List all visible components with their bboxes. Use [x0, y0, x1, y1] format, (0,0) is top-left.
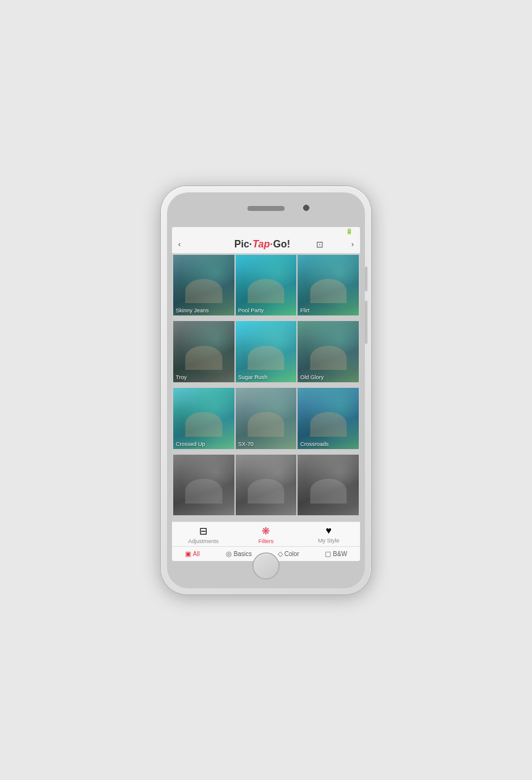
filter-name-pool-party: Pool Party [238, 307, 264, 314]
filter-name-sugar-rush: Sugar Rush [238, 374, 268, 380]
go-chevron-icon: › [351, 239, 354, 249]
category-icon-basics: ◎ [226, 550, 232, 558]
bottom-tabs: ⊟Adjustments❋Filters♥My Style [172, 521, 360, 546]
tab-icon-filters: ❋ [262, 525, 270, 537]
filter-item-sx-70[interactable]: SX-70 [236, 388, 297, 449]
screen: 🔋 ‹ Pic·Tap·Go! ⊡ › [172, 227, 360, 561]
filter-name-sx-70: SX-70 [238, 441, 254, 447]
filter-thumb-sx-70 [236, 388, 297, 449]
tab-icon-my-style: ♥ [326, 525, 332, 536]
filter-item-crossed-up[interactable]: Crossed Up [173, 388, 234, 449]
filter-thumb-bw1 [173, 455, 234, 516]
app-title: Pic·Tap·Go! [234, 239, 290, 250]
title-pic: Pic· [234, 239, 252, 250]
tab-label-adjustments: Adjustments [188, 538, 219, 544]
filter-name-skinny-jeans: Skinny Jeans [176, 307, 209, 314]
tab-filters[interactable]: ❋Filters [234, 525, 297, 544]
filter-thumb-sugar-rush [236, 321, 297, 382]
filter-item-sugar-rush[interactable]: Sugar Rush [236, 321, 297, 382]
category-all[interactable]: ▣All [185, 550, 200, 558]
category-label-color: Color [285, 551, 299, 557]
filter-thumb-troy [173, 321, 234, 382]
tab-my-style[interactable]: ♥My Style [298, 525, 360, 544]
filter-item-old-glory[interactable]: Old Glory [298, 321, 359, 382]
phone-speaker [247, 206, 285, 211]
category-icon-color: ◇ [278, 550, 283, 558]
back-button[interactable]: ‹ [178, 239, 182, 249]
crop-button[interactable]: ⊡ [316, 239, 324, 249]
title-tap: Tap· [252, 239, 272, 250]
category-color[interactable]: ◇Color [278, 550, 299, 558]
nav-bar: ‹ Pic·Tap·Go! ⊡ › [172, 236, 360, 254]
filter-thumb-skinny-jeans [173, 255, 234, 316]
category-icon-all: ▣ [185, 550, 191, 558]
filter-item-pool-party[interactable]: Pool Party [236, 255, 297, 316]
category-label-basics: Basics [234, 551, 252, 557]
filter-item-bw2[interactable] [236, 455, 297, 516]
filter-name-old-glory: Old Glory [300, 374, 324, 380]
category-basics[interactable]: ◎Basics [226, 550, 252, 558]
filter-name-crossed-up: Crossed Up [176, 441, 205, 447]
category-label-bw: B&W [333, 551, 347, 557]
back-chevron-icon: ‹ [178, 239, 181, 249]
filter-name-troy: Troy [176, 374, 187, 380]
tab-label-filters: Filters [259, 538, 274, 544]
filter-item-skinny-jeans[interactable]: Skinny Jeans [173, 255, 234, 316]
tab-adjustments[interactable]: ⊟Adjustments [172, 525, 234, 544]
filter-thumb-crossed-up [173, 388, 234, 449]
category-bw[interactable]: ▢B&W [325, 550, 347, 558]
filter-thumb-bw2 [236, 455, 297, 516]
tab-label-my-style: My Style [318, 538, 340, 544]
tab-icon-adjustments: ⊟ [199, 525, 207, 537]
title-go: Go! [273, 239, 291, 250]
filter-item-crossroads[interactable]: Crossroads [298, 388, 359, 449]
phone-inner: 🔋 ‹ Pic·Tap·Go! ⊡ › [167, 192, 365, 588]
filter-item-bw3[interactable] [298, 455, 359, 516]
filter-item-troy[interactable]: Troy [173, 321, 234, 382]
phone-outer: 🔋 ‹ Pic·Tap·Go! ⊡ › [161, 186, 371, 594]
battery-icon: 🔋 [346, 228, 353, 234]
side-button-mid[interactable] [365, 301, 367, 344]
category-label-all: All [193, 551, 200, 557]
filter-thumb-flirt [298, 255, 359, 316]
filter-thumb-crossroads [298, 388, 359, 449]
go-button[interactable]: › [350, 239, 354, 249]
status-bar: 🔋 [172, 227, 360, 236]
filter-thumb-pool-party [236, 255, 297, 316]
phone-camera [303, 205, 309, 211]
category-icon-bw: ▢ [325, 550, 331, 558]
filter-name-crossroads: Crossroads [300, 441, 328, 447]
filter-name-flirt: Flirt [300, 307, 309, 314]
filter-item-flirt[interactable]: Flirt [298, 255, 359, 316]
filters-grid: Skinny JeansPool PartyFlirtTroySugar Rus… [172, 254, 360, 521]
side-button-top[interactable] [365, 267, 367, 291]
filter-item-bw1[interactable] [173, 455, 234, 516]
home-button[interactable] [252, 552, 280, 580]
filter-thumb-bw3 [298, 455, 359, 516]
filter-thumb-old-glory [298, 321, 359, 382]
